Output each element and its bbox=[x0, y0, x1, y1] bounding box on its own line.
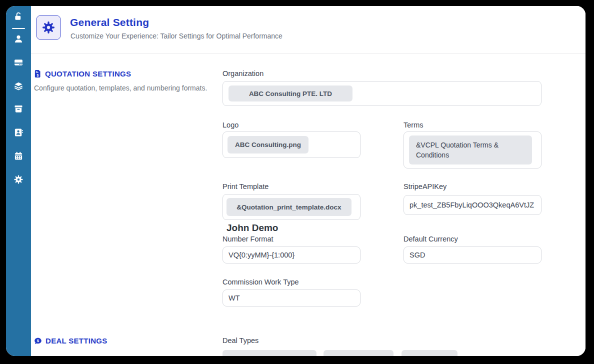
deal-type-chip[interactable] bbox=[222, 350, 316, 356]
sidebar bbox=[6, 6, 31, 356]
file-invoice-icon: $ bbox=[34, 70, 42, 78]
default-currency-label: Default Currency bbox=[404, 235, 458, 243]
print-template-label: Print Template bbox=[222, 182, 268, 190]
logo-chip[interactable]: ABC Consulting.png bbox=[228, 136, 308, 154]
unlock-icon[interactable] bbox=[14, 12, 24, 22]
number-format-label: Number Format bbox=[222, 235, 274, 243]
svg-text:$: $ bbox=[37, 338, 40, 343]
page-title: General Setting bbox=[70, 16, 149, 28]
gear-icon bbox=[42, 20, 56, 34]
archive-box-icon[interactable] bbox=[14, 104, 24, 114]
terms-label: Terms bbox=[404, 121, 423, 129]
sidebar-divider bbox=[12, 28, 25, 29]
quotation-settings-description: Configure quotation, templates, and numb… bbox=[34, 84, 208, 94]
terms-chip[interactable]: &VCPL Quotation Terms & Conditions bbox=[409, 136, 532, 164]
user-name-overlay: John Demo bbox=[226, 222, 278, 234]
logo-label: Logo bbox=[222, 121, 238, 129]
gear-icon[interactable] bbox=[14, 174, 24, 184]
commission-work-type-label: Commission Work Type bbox=[222, 278, 299, 286]
organization-label: Organization bbox=[222, 70, 264, 78]
quotation-settings-title: QUOTATION SETTINGS bbox=[45, 70, 131, 78]
stripe-api-key-input[interactable] bbox=[404, 195, 542, 215]
content-area: General Setting Customize Your Experienc… bbox=[31, 6, 586, 356]
svg-text:$: $ bbox=[36, 74, 38, 78]
default-currency-input[interactable] bbox=[404, 246, 542, 264]
stripe-api-key-label: StripeAPIKey bbox=[404, 182, 446, 190]
page-subtitle: Customize Your Experience: Tailor Settin… bbox=[70, 32, 282, 40]
calendar-icon[interactable] bbox=[14, 151, 24, 161]
settings-icon-card bbox=[36, 15, 61, 40]
deal-type-chip[interactable] bbox=[402, 350, 458, 356]
layers-icon[interactable] bbox=[14, 81, 24, 91]
organization-chip[interactable]: ABC Consulting PTE. LTD bbox=[228, 86, 352, 102]
commission-work-type-input[interactable] bbox=[222, 290, 360, 306]
quotation-settings-heading: $ QUOTATION SETTINGS bbox=[34, 70, 131, 78]
settings-form: $ QUOTATION SETTINGS Configure quotation… bbox=[31, 54, 586, 356]
comment-dollar-icon: $ bbox=[34, 337, 42, 345]
user-icon[interactable] bbox=[14, 34, 24, 44]
print-template-chip[interactable]: &Quotation_print_template.docx bbox=[226, 198, 352, 216]
credit-card-icon[interactable] bbox=[14, 58, 24, 68]
deal-settings-title: DEAL SETTINGS bbox=[46, 336, 108, 345]
deal-settings-heading: $ DEAL SETTINGS bbox=[34, 336, 108, 345]
number-format-input[interactable] bbox=[222, 246, 360, 264]
deal-type-chip[interactable] bbox=[324, 350, 394, 356]
page-header: General Setting Customize Your Experienc… bbox=[31, 6, 586, 54]
deal-types-label: Deal Types bbox=[222, 336, 258, 344]
app-window: General Setting Customize Your Experienc… bbox=[6, 6, 586, 356]
contacts-icon[interactable] bbox=[14, 128, 24, 138]
